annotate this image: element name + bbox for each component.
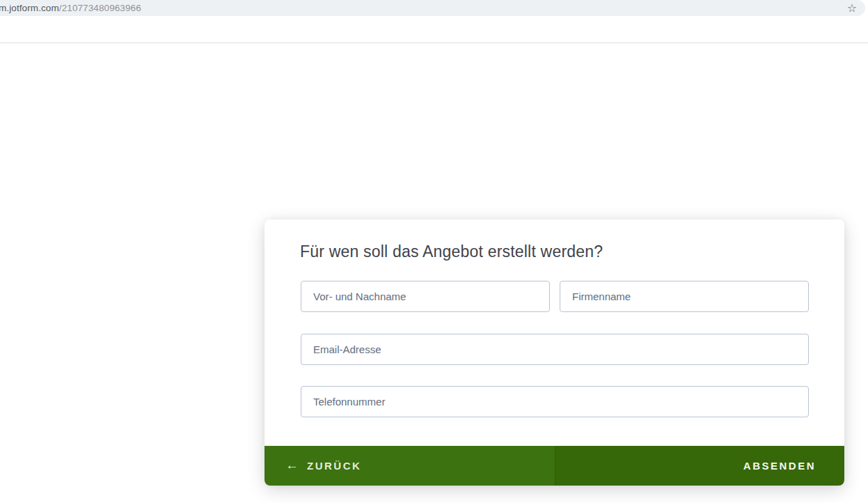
submit-button-label: ABSENDEN	[743, 460, 816, 472]
back-arrow-icon: ←	[285, 458, 299, 472]
url-path: /210773480963966	[59, 3, 141, 13]
submit-button[interactable]: ABSENDEN	[555, 446, 844, 486]
phone-input[interactable]	[301, 386, 809, 417]
form-footer: ← ZURÜCK ABSENDEN	[265, 446, 844, 486]
form-card: Für wen soll das Angebot erstellt werden…	[265, 219, 844, 486]
bookmark-star-icon[interactable]: ☆	[847, 1, 857, 15]
toolbar-divider	[0, 42, 868, 43]
full-name-input[interactable]	[301, 281, 550, 312]
back-button[interactable]: ← ZURÜCK	[265, 446, 555, 486]
company-name-input[interactable]	[560, 281, 809, 312]
email-row	[301, 334, 809, 365]
phone-row	[301, 386, 809, 417]
url-bar[interactable]: m.jotform.com/210773480963966 ☆	[0, 0, 865, 16]
url-text[interactable]: m.jotform.com/210773480963966	[0, 3, 141, 13]
url-domain: m.jotform.com	[0, 3, 59, 13]
back-button-label: ZURÜCK	[307, 460, 361, 472]
name-company-row	[301, 281, 809, 312]
email-input[interactable]	[301, 334, 809, 365]
form-question-title: Für wen soll das Angebot erstellt werden…	[300, 242, 603, 261]
